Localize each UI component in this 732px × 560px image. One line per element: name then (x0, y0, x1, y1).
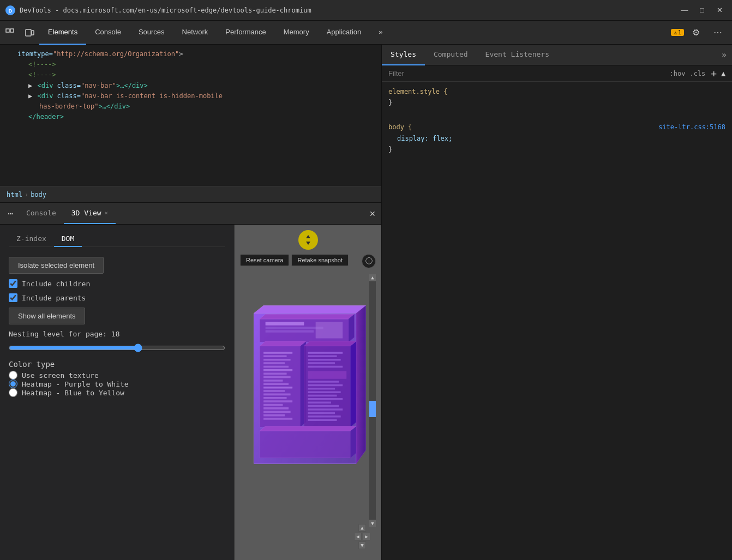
isolate-selected-button[interactable]: Isolate selected element (9, 257, 104, 274)
warning-badge[interactable]: ⚠ 1 (671, 29, 684, 36)
panel-close-button[interactable]: ✕ (366, 208, 379, 219)
svg-rect-61 (308, 419, 337, 421)
breadcrumb-html[interactable]: html (7, 191, 22, 198)
svg-rect-25 (263, 366, 289, 368)
settings-icon[interactable]: ⚙ (686, 21, 706, 45)
tab-sources[interactable]: Sources (130, 21, 173, 45)
tab-network[interactable]: Network (173, 21, 217, 45)
expand-arrow-4[interactable]: ▶ (28, 82, 32, 89)
tab-console-bottom[interactable]: Console (19, 203, 64, 224)
svg-rect-46 (308, 359, 341, 361)
nav-up-arrow[interactable]: ▲ (358, 524, 366, 532)
expand-arrow-5[interactable]: ▶ (28, 92, 32, 100)
radio-screen-texture[interactable]: Use screen texture (9, 371, 225, 380)
svg-rect-60 (308, 416, 341, 418)
svg-rect-51 (308, 384, 343, 387)
svg-rect-44 (308, 352, 343, 354)
minimize-button[interactable]: — (677, 5, 692, 16)
tab-event-listeners[interactable]: Event Listeners (477, 45, 558, 65)
drag-handle[interactable] (298, 230, 318, 250)
breadcrumb-body[interactable]: body (31, 191, 46, 198)
radio-heatmap-purple-input[interactable] (9, 380, 17, 388)
add-style-button[interactable]: + (711, 68, 717, 79)
svg-rect-33 (263, 394, 291, 396)
more-menu-icon[interactable]: ⋯ (708, 21, 728, 45)
threed-sidebar: Z-index DOM Isolate selected element Inc… (0, 225, 235, 560)
source-line-6: </header> (7, 112, 375, 122)
tab-memory[interactable]: Memory (275, 21, 318, 45)
svg-rect-31 (263, 387, 292, 389)
svg-rect-27 (263, 372, 286, 375)
inspect-icon[interactable] (0, 21, 20, 45)
threed-viewport[interactable]: Reset camera Retake snapshot ⓘ (235, 225, 381, 560)
device-icon[interactable] (20, 21, 39, 45)
svg-marker-7 (306, 242, 310, 245)
source-line-1: itemtype="http://schema.org/Organization… (7, 49, 375, 59)
radio-screen-texture-input[interactable] (9, 371, 17, 380)
hover-filter-button[interactable]: :hov (670, 70, 686, 77)
svg-rect-58 (308, 408, 343, 411)
warning-count: 1 (678, 29, 681, 35)
styles-tab-more[interactable]: » (716, 50, 732, 60)
styles-content: element.style { } body { site-ltr.css:51… (382, 82, 732, 161)
retake-snapshot-button[interactable]: Retake snapshot (291, 254, 349, 266)
radio-heatmap-blue-input[interactable] (9, 388, 17, 397)
radio-heatmap-purple[interactable]: Heatmap - Purple to White (9, 380, 225, 388)
vertical-scrollbar[interactable]: ▲ ▼ (369, 274, 376, 527)
tab-styles[interactable]: Styles (382, 45, 425, 65)
show-all-elements-button[interactable]: Show all elements (9, 308, 85, 324)
tab-elements[interactable]: Elements (39, 21, 86, 45)
svg-rect-15 (266, 327, 323, 329)
color-type-title: Color type (9, 360, 225, 369)
source-line-3: <!----> (7, 70, 375, 80)
close-button[interactable]: ✕ (712, 5, 727, 16)
include-parents-checkbox[interactable] (9, 293, 17, 302)
tab-application[interactable]: Application (318, 21, 370, 45)
reset-camera-button[interactable]: Reset camera (240, 254, 289, 266)
sub-tab-dom[interactable]: DOM (54, 231, 82, 247)
scroll-track[interactable] (369, 281, 376, 520)
radio-heatmap-blue[interactable]: Heatmap - Blue to Yellow (9, 388, 225, 397)
include-children-checkbox[interactable] (9, 279, 17, 288)
svg-rect-26 (263, 369, 292, 371)
svg-rect-5 (32, 31, 34, 35)
color-type-section: Color type Use screen texture Heatmap - … (9, 360, 225, 397)
tab-close-icon[interactable]: × (105, 209, 109, 216)
nesting-slider[interactable] (9, 344, 225, 352)
css-selector-body: body { (388, 122, 412, 133)
svg-marker-42 (350, 341, 356, 427)
sub-tab-bar: Z-index DOM (9, 231, 225, 247)
tab-performance[interactable]: Performance (217, 21, 274, 45)
include-parents-row[interactable]: Include parents (9, 293, 225, 302)
include-children-row[interactable]: Include children (9, 279, 225, 288)
filter-arrow-icon: ▲ (721, 69, 725, 77)
nav-down-arrow[interactable]: ▼ (358, 541, 366, 549)
maximize-button[interactable]: □ (695, 5, 709, 16)
scroll-up-arrow[interactable]: ▲ (369, 274, 376, 281)
svg-marker-13 (349, 314, 355, 342)
sub-tab-zindex[interactable]: Z-index (9, 231, 54, 247)
panel-more-icon[interactable]: ⋯ (2, 206, 19, 222)
nav-right-arrow[interactable]: ▶ (363, 533, 370, 540)
svg-rect-4 (26, 29, 31, 36)
css-body-property: display: flex; (397, 135, 452, 142)
info-button[interactable]: ⓘ (362, 254, 376, 268)
panel-tab-bar: ⋯ Console 3D View × ✕ (0, 203, 381, 225)
tab-console[interactable]: Console (86, 21, 130, 45)
class-filter-button[interactable]: .cls (689, 70, 705, 77)
tab-3d-view[interactable]: 3D View × (64, 203, 116, 224)
tab-more[interactable]: » (370, 21, 391, 45)
nav-left-arrow[interactable]: ◀ (354, 533, 362, 540)
svg-rect-56 (308, 401, 331, 404)
html-source: itemtype="http://schema.org/Organization… (0, 45, 381, 186)
nesting-section: Nesting level for page: 18 (9, 330, 225, 354)
svg-rect-35 (263, 400, 292, 402)
svg-rect-3 (10, 29, 14, 32)
svg-rect-2 (6, 29, 9, 32)
svg-marker-43 (304, 341, 356, 346)
styles-filter-input[interactable] (388, 69, 665, 77)
scroll-thumb[interactable] (369, 401, 376, 417)
css-source-link[interactable]: site-ltr.css:5168 (658, 122, 725, 133)
styles-tab-bar: Styles Computed Event Listeners » (382, 45, 732, 65)
tab-computed[interactable]: Computed (425, 45, 477, 65)
